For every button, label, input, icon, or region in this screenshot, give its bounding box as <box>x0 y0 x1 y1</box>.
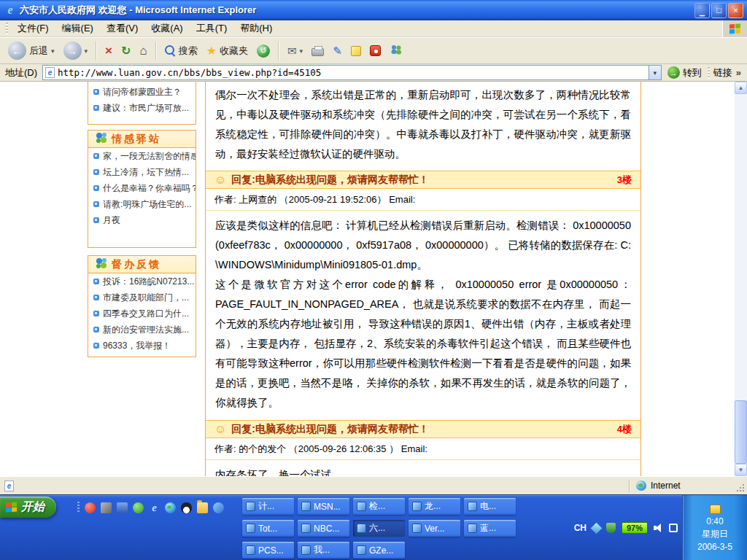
resize-grip[interactable] <box>735 483 746 493</box>
scrollbar-thumb[interactable] <box>735 400 747 464</box>
menu-grip[interactable] <box>6 23 8 34</box>
print-button[interactable] <box>308 44 328 58</box>
address-bar: 地址(D) e http://www.luan.gov.cn/bbs/bbs_v… <box>0 64 747 82</box>
links-grip[interactable] <box>708 67 710 79</box>
task-button[interactable]: GZe... <box>353 542 405 559</box>
sidebar-link[interactable]: 投诉：16路皖N07213... <box>88 273 196 289</box>
home-icon: ⌂ <box>139 44 147 58</box>
mail-button[interactable]: ✉ ▾ <box>284 43 306 59</box>
globe-icon[interactable] <box>165 502 176 513</box>
discuss-button[interactable] <box>347 44 365 58</box>
vertical-scrollbar[interactable]: ▲ ▼ <box>735 82 747 476</box>
back-button[interactable]: ← 后退 ▾ <box>4 40 58 61</box>
scroll-up-button[interactable]: ▲ <box>735 82 747 94</box>
minimize-button[interactable]: ▁ <box>694 3 710 18</box>
window-icon <box>468 502 477 511</box>
window-icon <box>246 524 255 533</box>
menu-file[interactable]: 文件(F) <box>11 22 55 35</box>
ime-indicator[interactable]: CH <box>574 523 587 533</box>
qq-icon[interactable] <box>181 502 192 513</box>
menu-edit[interactable]: 编辑(E) <box>55 22 100 35</box>
address-input[interactable]: e http://www.luan.gov.cn/bbs/bbs_view.ph… <box>42 65 662 80</box>
scroll-down-button[interactable]: ▼ <box>735 464 747 476</box>
sidebar-link-label: 建议：市民广场可放... <box>103 102 189 114</box>
task-button-label: 计... <box>258 500 274 513</box>
bullet-icon <box>93 201 99 207</box>
bullet-icon <box>93 311 99 316</box>
task-button[interactable]: NBC... <box>298 520 349 537</box>
floor-badge: 4楼 <box>617 423 632 436</box>
task-button[interactable]: 检... <box>353 498 405 515</box>
bullet-icon <box>93 185 99 191</box>
folder-icon[interactable] <box>197 502 208 513</box>
menu-view[interactable]: 查看(V) <box>100 22 144 35</box>
history-button[interactable]: ↺ <box>253 43 274 59</box>
search-button[interactable]: 搜索 <box>161 43 201 59</box>
messenger-quick-icon[interactable] <box>213 502 224 513</box>
plugin-button[interactable] <box>366 44 384 58</box>
reply-title: 回复:电脑系统出现问题，烦请网友帮帮忙！ <box>231 423 429 436</box>
task-button[interactable]: PCS... <box>242 542 294 559</box>
window-titlebar[interactable]: e 六安市人民政府网 欢迎您 - Microsoft Internet Expl… <box>0 0 747 20</box>
green-app-icon[interactable] <box>133 502 144 513</box>
page-status-icon: e <box>4 481 14 491</box>
sidebar-link[interactable]: 建议：市民广场可放... <box>88 100 196 116</box>
ie-quick-launch-icon[interactable]: e <box>149 502 160 513</box>
show-desktop-icon[interactable] <box>101 502 112 513</box>
task-button[interactable]: 龙... <box>409 498 460 515</box>
menu-favorites[interactable]: 收藏(A) <box>144 22 189 35</box>
task-button[interactable]: MSN... <box>298 498 349 515</box>
taskbar: 开始 e 计... MSN... 检... 龙... 电... Tot... N… <box>0 494 747 560</box>
task-button[interactable]: 我... <box>298 542 349 559</box>
sidebar-link[interactable]: 四季春交叉路口为什... <box>88 306 196 322</box>
sidebar-link[interactable]: 新的治安管理法实施... <box>88 322 196 338</box>
menu-tools[interactable]: 工具(T) <box>190 22 234 35</box>
volume-icon[interactable] <box>654 524 663 532</box>
media-player-icon[interactable] <box>85 502 96 513</box>
messenger-button[interactable] <box>386 42 406 59</box>
task-button[interactable]: 电... <box>464 498 516 515</box>
window-icon <box>357 545 366 555</box>
start-button[interactable]: 开始 <box>0 497 56 518</box>
sidebar-link[interactable]: 96333，我举报！ <box>88 338 196 354</box>
task-button-label: 龙... <box>425 500 441 513</box>
task-button-active[interactable]: 六... <box>353 520 405 537</box>
quick-launch-grip[interactable] <box>77 502 80 513</box>
sidebar-link-label: 投诉：16路皖N07213... <box>103 276 194 288</box>
task-button[interactable]: 计... <box>242 498 294 515</box>
stop-button[interactable]: × <box>101 42 116 60</box>
disk-icon[interactable] <box>117 502 128 513</box>
address-label: 地址(D) <box>3 66 42 79</box>
refresh-button[interactable]: ↻ <box>117 42 134 59</box>
sidebar-link[interactable]: 请教:明珠广场住宅的... <box>88 196 196 212</box>
sidebar-link[interactable]: 什么是幸福？你幸福吗？ <box>88 180 196 196</box>
sidebar-link[interactable]: 家，一段无法割舍的情感 <box>88 148 196 164</box>
task-button[interactable]: Tot... <box>242 520 294 537</box>
menu-help[interactable]: 帮助(H) <box>233 22 279 35</box>
address-dropdown-button[interactable]: ▾ <box>649 66 661 79</box>
forward-button[interactable]: → ▾ <box>60 40 92 61</box>
sidebar-link[interactable]: 坛上冷清，坛下热情... <box>88 164 196 180</box>
power-plug-icon[interactable] <box>669 524 678 532</box>
antivirus-icon[interactable] <box>606 523 616 533</box>
bullet-icon <box>93 279 99 284</box>
clock-panel[interactable]: 0:40 星期日 2006-3-5 <box>682 495 747 560</box>
sidebar-link[interactable]: 月夜 <box>88 212 196 228</box>
close-button[interactable]: × <box>728 3 743 18</box>
home-button[interactable]: ⌂ <box>136 42 150 60</box>
task-button-label: NBC... <box>314 524 339 534</box>
task-button[interactable]: 蓝... <box>464 520 516 537</box>
sidebar-link-label: 请教:明珠广场住宅的... <box>103 198 191 211</box>
links-bar[interactable]: 链接 » <box>708 66 744 79</box>
reply-body: 内存条坏了，换一个试试。 <box>206 460 640 476</box>
edit-button[interactable]: ✎ <box>329 43 346 59</box>
maximize-button[interactable]: □ <box>711 3 727 18</box>
sidebar-link[interactable]: 请问帝都蒙园业主？ <box>88 84 196 100</box>
task-button-label: 电... <box>480 500 496 513</box>
battery-indicator[interactable]: 97% <box>622 522 648 534</box>
sidebar-link[interactable]: 市建委及职能部门，... <box>88 289 196 306</box>
tray-app-icon[interactable] <box>591 522 603 534</box>
go-button[interactable]: → 转到 <box>662 66 708 79</box>
task-button[interactable]: Ver... <box>409 520 460 537</box>
favorites-button[interactable]: ★ 收藏夹 <box>203 42 252 59</box>
